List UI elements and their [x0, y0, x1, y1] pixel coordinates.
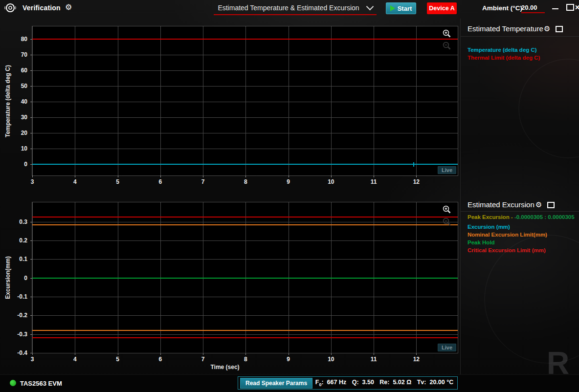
- status-bar: TAS2563 EVM Read Speaker Params F0: 667 …: [0, 374, 579, 392]
- x-tick-mark: [75, 175, 75, 177]
- chevron-down-icon: [366, 3, 374, 11]
- x-tick-mark: [374, 175, 374, 177]
- gridline: [331, 26, 332, 175]
- y-tick-label: 0: [24, 161, 27, 168]
- param-readout: Tv: 20.00 °C: [417, 379, 453, 387]
- excursion-x-axis-label: Time (sec): [210, 364, 239, 370]
- series-line: [32, 39, 458, 40]
- peak-excursion-value: -0.0000305 : 0.0000305: [514, 214, 575, 220]
- maximize-icon: [566, 4, 574, 11]
- gridline: [32, 240, 458, 241]
- gridline: [32, 149, 458, 149]
- gridline: [32, 334, 458, 335]
- temperature-plot-area[interactable]: 345678910111280706050403020100 Live: [32, 26, 458, 176]
- legend-item-peak-hold: Peak Hold: [468, 240, 495, 245]
- panel-separator: [461, 36, 579, 37]
- legend-item-thermal-limit: Thermal Limit (delta deg C): [468, 55, 540, 61]
- excursion-panel-gear-icon[interactable]: ⚙: [535, 201, 542, 209]
- titlebar: Verification ⚙ Estimated Temperature & E…: [0, 0, 579, 16]
- gridline: [289, 26, 289, 175]
- x-tick-label: 9: [287, 356, 290, 363]
- gridline: [32, 133, 458, 133]
- x-tick-label: 10: [328, 356, 334, 363]
- temperature-panel-popout-icon[interactable]: [556, 26, 563, 32]
- series-spike: [413, 162, 414, 167]
- zoom-in-icon[interactable]: [442, 205, 452, 215]
- gridline: [32, 297, 458, 297]
- y-tick-label: 80: [21, 36, 27, 43]
- x-tick-label: 3: [31, 178, 34, 185]
- x-tick-mark: [32, 175, 33, 177]
- x-tick-mark: [203, 175, 203, 177]
- read-speaker-params-button[interactable]: Read Speaker Params: [240, 378, 312, 389]
- minimize-icon: [552, 8, 558, 9]
- y-tick-mark: [30, 297, 32, 297]
- start-button[interactable]: Start: [386, 2, 416, 14]
- gridline: [32, 102, 458, 102]
- temperature-panel-gear-icon[interactable]: ⚙: [544, 25, 550, 33]
- y-tick-label: 0.1: [19, 256, 27, 262]
- app-window: R Verification ⚙ Estimated Temperature &…: [0, 0, 579, 392]
- ambient-input[interactable]: 20.00: [521, 4, 545, 13]
- y-tick-mark: [30, 55, 32, 55]
- peak-excursion-label: Peak Excursion -: [468, 214, 513, 220]
- legend-item-excursion: Excursion (mm): [468, 224, 510, 230]
- x-tick-label: 7: [201, 178, 205, 185]
- y-tick-label: 40: [21, 98, 27, 105]
- minimize-button[interactable]: [548, 0, 562, 15]
- excursion-panel-popout-icon[interactable]: [547, 202, 555, 208]
- background-art-ring: [518, 59, 579, 158]
- start-button-label: Start: [398, 5, 412, 12]
- device-name: TAS2563 EVM: [20, 380, 62, 387]
- legend-item-critical-limit: Critical Excursion Limit (mm): [468, 247, 546, 253]
- excursion-chart: Excursion(mm) Time (sec) 34567891011120.…: [0, 198, 460, 374]
- live-button[interactable]: Live: [438, 344, 456, 351]
- gridline: [32, 259, 458, 260]
- excursion-panel-title: Estimated Excursion: [468, 200, 534, 209]
- series-line: [32, 164, 458, 165]
- y-tick-label: 0.3: [19, 218, 27, 225]
- series-line: [32, 278, 458, 279]
- view-selector-dropdown[interactable]: Estimated Temperature & Estimated Excurs…: [214, 1, 377, 15]
- app-logo-speaker-icon: [4, 2, 17, 14]
- y-tick-label: -0.4: [17, 349, 27, 356]
- device-connected-status-icon: [10, 380, 16, 386]
- close-button[interactable]: ✕: [576, 0, 579, 15]
- y-tick-mark: [30, 315, 32, 316]
- gridline: [75, 26, 75, 175]
- x-tick-mark: [245, 175, 246, 177]
- x-tick-label: 12: [413, 178, 420, 185]
- y-tick-label: 30: [21, 114, 27, 121]
- zoom-out-icon[interactable]: [442, 41, 452, 51]
- y-tick-mark: [30, 222, 32, 222]
- gridline: [32, 55, 458, 55]
- temperature-y-axis-label: Temperature (delta deg C): [4, 65, 11, 137]
- y-tick-mark: [30, 149, 32, 149]
- y-tick-mark: [30, 259, 32, 260]
- excursion-y-axis-label: Excursion(mm): [4, 256, 11, 299]
- y-tick-label: 0: [24, 275, 27, 282]
- zoom-in-icon[interactable]: [442, 29, 452, 39]
- device-a-button[interactable]: Device A: [427, 2, 457, 14]
- live-button[interactable]: Live: [438, 166, 456, 174]
- x-tick-mark: [118, 175, 118, 177]
- param-readout: F0: 667 Hz: [315, 379, 346, 387]
- background-art-ring: [484, 235, 579, 364]
- maximize-button[interactable]: [564, 0, 577, 15]
- y-tick-mark: [30, 133, 32, 133]
- y-tick-mark: [30, 86, 32, 87]
- x-tick-label: 4: [73, 356, 77, 363]
- y-tick-label: 20: [21, 130, 27, 136]
- settings-gear-icon[interactable]: ⚙: [65, 3, 72, 11]
- gridline: [32, 315, 458, 316]
- excursion-plot-area[interactable]: 34567891011120.30.20.10-0.1-0.2-0.3-0.4 …: [32, 202, 458, 353]
- x-tick-label: 10: [328, 178, 334, 185]
- zoom-out-icon[interactable]: [442, 217, 452, 227]
- series-line: [32, 337, 458, 338]
- y-tick-label: -0.1: [17, 293, 27, 300]
- panel-divider: [460, 19, 461, 374]
- view-selector-label: Estimated Temperature & Estimated Excurs…: [218, 4, 359, 12]
- gridline: [374, 26, 374, 175]
- y-tick-label: 0.2: [19, 237, 27, 244]
- gridline: [32, 86, 458, 87]
